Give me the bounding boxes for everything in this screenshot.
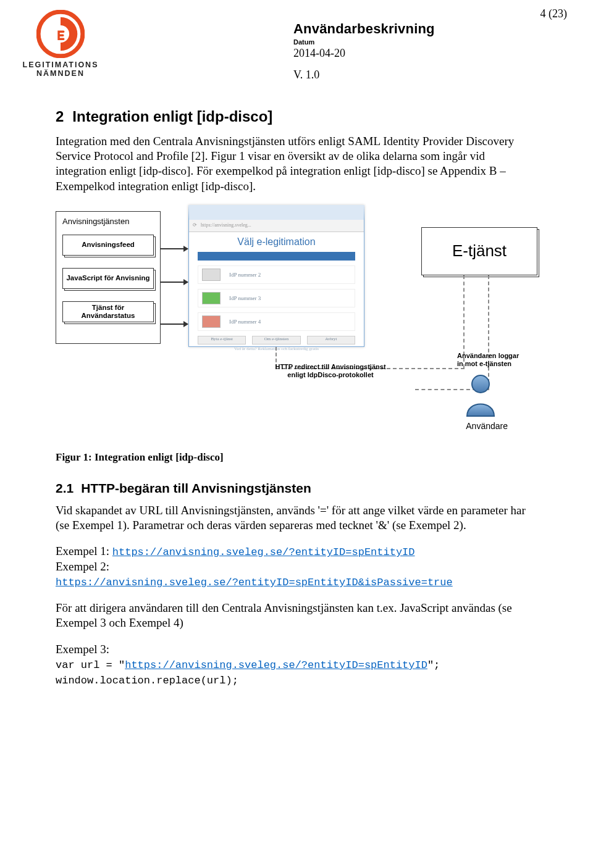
section-2-1-title: HTTP-begäran till Anvisningstjänsten [81,480,311,497]
user-label-line2: in mot e-tjänsten [457,360,511,367]
user-icon [461,373,500,421]
example-2-link[interactable]: https://anvisning.sveleg.se/?entityID=sp… [56,577,453,588]
code-prefix: var url = " [56,659,125,671]
browser-body: Välj e-legitimation IdP nummer 2 IdP num… [189,232,364,356]
idp-text: IdP nummer 2 [229,272,261,279]
example-3-link[interactable]: https://anvisning.sveleg.se/?entityID=sp… [125,659,427,671]
idp-text: IdP nummer 4 [229,319,261,326]
version: V. 1.0 [293,69,537,81]
logo-icon [36,10,85,58]
example-1-link[interactable]: https://anvisning.sveleg.se/?entityID=sp… [112,546,415,558]
mini-button: Avbryt [307,336,355,344]
http-label-line2: enligt IdpDisco-protokollet [287,371,373,378]
section-2-heading: 2 Integration enligt [idp-disco] [56,107,537,127]
arrow-icon [161,282,188,283]
logo-text-line2: NÄMNDEN [17,69,104,78]
blue-bar [198,252,355,261]
browser-address-bar: ⟳ https://anvisning.sveleg... [189,220,364,232]
user-name-label: Användare [466,421,508,432]
anvisningstjansten-box: Anvisningstjänsten Anvisningsfeed JavaSc… [56,211,161,344]
code-suffix: "; [427,659,440,671]
idp-chip-icon [202,269,221,281]
example-3-code-line1: var url = "https://anvisning.sveleg.se/?… [56,659,440,671]
example-3-label: Exempel 3: [56,643,109,656]
datum-label: Datum [293,38,537,46]
idp-row: IdP nummer 3 [198,289,355,307]
browser-buttons: Byta e-tjänst Om e-tjänsten Avbryt [198,336,355,344]
section-2-1-heading: 2.1 HTTP-begäran till Anvisningstjänsten [56,480,537,497]
http-label-line1: HTTP redirect till Anvisningstjänst [275,363,385,370]
section-2-paragraph: Integration med den Centrala Anvisningst… [56,134,537,194]
datum-value: 2014-04-20 [293,47,537,60]
mini-button: Byta e-tjänst [198,336,246,344]
example-3: Exempel 3: var url = "https://anvisning.… [56,642,537,688]
section-2-number: 2 [56,107,64,127]
section-2-title: Integration enligt [idp-disco] [72,107,272,127]
section-2-1-paragraph: Vid skapandet av URL till Anvisningstjän… [56,503,537,533]
example-1-label: Exempel 1: [56,545,112,557]
javascript-box: JavaScript för Anvisning [62,268,154,289]
dashed-line [488,275,489,389]
section-2-1-number: 2.1 [56,480,74,497]
document-header: Användarbeskrivning Datum 2014-04-20 V. … [293,12,537,81]
figure-diagram: Anvisningstjänsten Anvisningsfeed JavaSc… [56,205,537,440]
idp-text: IdP nummer 3 [229,295,261,303]
user-label-line1: Användaren loggar [457,352,519,359]
doc-title: Användarbeskrivning [293,21,537,37]
anvisningstjansten-title: Anvisningstjänsten [62,217,154,227]
page-number: 4 (23) [540,7,568,20]
idp-chip-icon [202,315,221,328]
arrow-icon [161,248,188,249]
idp-chip-icon [202,292,221,304]
valj-heading: Välj e-legitimation [198,236,355,248]
section-2-1-paragraph-2: För att dirigera användaren till den Cen… [56,601,537,631]
svg-point-2 [472,375,489,393]
logo-block: LEGITIMATIONS NÄMNDEN [17,10,104,78]
figure-caption: Figur 1: Integration enligt [idp-disco] [56,451,537,464]
example-3-code-line2: window.location.replace(url); [56,675,238,686]
mini-button: Om e-tjänsten [252,336,300,344]
arrow-icon [161,323,188,325]
user-login-label: Användaren loggar in mot e-tjänsten [457,352,537,368]
logo-text-line1: LEGITIMATIONS [17,61,104,69]
page: 4 (23) LEGITIMATIONS NÄMNDEN Användarbes… [0,0,593,868]
example-1: Exempel 1: https://anvisning.sveleg.se/?… [56,544,537,590]
example-2-label: Exempel 2: [56,560,109,573]
http-redirect-label: HTTP redirect till Anvisningstjänst enli… [266,363,395,379]
etjanst-box: E-tjänst [421,227,537,275]
content: 2 Integration enligt [idp-disco] Integra… [56,107,537,687]
browser-window: ⟳ https://anvisning.sveleg... Välj e-leg… [188,205,364,347]
anvandarstatus-box: Tjänst för Användarstatus [62,301,154,322]
idp-row: IdP nummer 2 [198,265,355,284]
idp-row: IdP nummer 4 [198,312,355,331]
anvisningsfeed-box: Anvisningsfeed [62,235,154,256]
